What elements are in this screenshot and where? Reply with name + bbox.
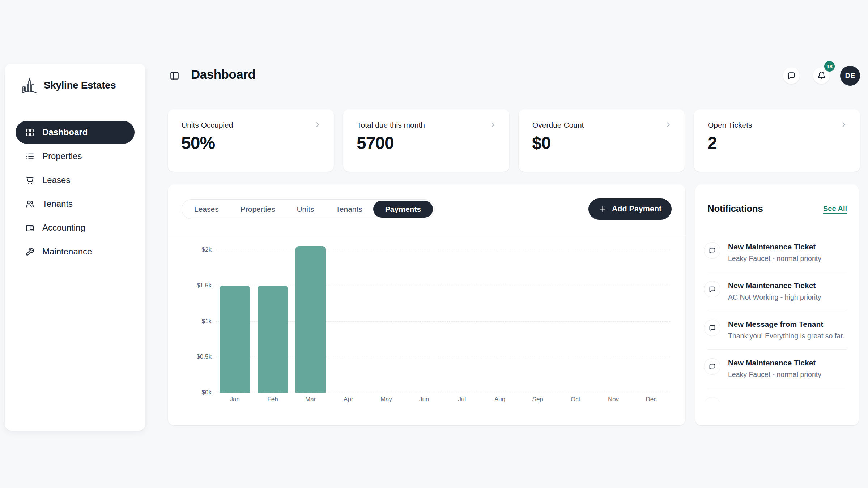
y-axis-tick-label: $2k bbox=[168, 246, 212, 253]
chat-bubble-icon bbox=[704, 281, 720, 297]
avatar[interactable]: DE bbox=[840, 66, 860, 86]
y-axis-tick-label: $0k bbox=[168, 389, 212, 396]
y-axis-tick-label: $1.5k bbox=[168, 282, 212, 289]
sidebar-item-properties[interactable]: Properties bbox=[16, 145, 135, 168]
city-skyline-icon bbox=[21, 76, 38, 95]
see-all-link[interactable]: See All bbox=[823, 205, 847, 213]
chart-gridline bbox=[216, 393, 670, 393]
stat-card-2[interactable]: Overdue Count$0 bbox=[519, 109, 685, 172]
notification-item[interactable]: New Maintenance TicketLeaky Faucet - nor… bbox=[695, 350, 859, 388]
sidebar-item-label: Tenants bbox=[42, 199, 73, 209]
x-axis-tick-label: Feb bbox=[254, 396, 292, 403]
partial-notification-icon bbox=[704, 397, 720, 402]
sidebar-item-tenants[interactable]: Tenants bbox=[16, 192, 135, 215]
x-axis-tick-label: Sep bbox=[519, 396, 557, 403]
notification-subtitle: Thank you! Everything is great so far. bbox=[728, 332, 844, 340]
notification-subtitle: Leaky Faucet - normal priority bbox=[728, 371, 821, 379]
notification-item[interactable]: New Message from TenantThank you! Everyt… bbox=[695, 311, 859, 350]
wrench-icon bbox=[25, 247, 34, 256]
sidebar-item-accounting[interactable]: Accounting bbox=[16, 216, 135, 239]
notification-count-badge: 18 bbox=[824, 60, 835, 72]
sidebar-item-label: Dashboard bbox=[42, 127, 88, 137]
notification-title: New Maintenance Ticket bbox=[728, 243, 816, 251]
circle-outline bbox=[704, 397, 720, 402]
chat-bubble-icon bbox=[787, 71, 796, 80]
list-icon bbox=[25, 152, 34, 161]
main-panel: LeasesPropertiesUnitsTenantsPayments Add… bbox=[168, 184, 685, 425]
sidebar-item-maintenance[interactable]: Maintenance bbox=[16, 240, 135, 263]
bar-jan bbox=[220, 286, 250, 393]
layout-grid-icon bbox=[25, 128, 34, 137]
notifications-panel: Notifications See All New Maintenance Ti… bbox=[695, 184, 859, 425]
stat-card-0[interactable]: Units Occupied50% bbox=[168, 109, 334, 172]
sidebar: Skyline Estates DashboardPropertiesLease… bbox=[5, 64, 145, 431]
notification-title: New Maintenance Ticket bbox=[728, 281, 816, 290]
x-axis-tick-label: Oct bbox=[557, 396, 594, 403]
chevron-right-icon bbox=[664, 121, 672, 129]
chevron-right-icon bbox=[840, 121, 848, 129]
x-axis-tick-label: Dec bbox=[633, 396, 670, 403]
cart-icon bbox=[25, 176, 34, 185]
stat-value: 5700 bbox=[357, 133, 394, 153]
stat-label: Overdue Count bbox=[532, 121, 584, 129]
notification-subtitle: AC Not Working - high priority bbox=[728, 293, 821, 301]
x-axis-tick-label: Aug bbox=[481, 396, 519, 403]
users-icon bbox=[25, 200, 34, 209]
chevron-right-icon bbox=[489, 121, 497, 129]
notification-title: New Maintenance Ticket bbox=[728, 359, 816, 367]
stat-value: 50% bbox=[181, 133, 215, 153]
x-axis-tick-label: Nov bbox=[595, 396, 632, 403]
sidebar-item-label: Maintenance bbox=[42, 247, 92, 257]
brand-name: Skyline Estates bbox=[44, 80, 116, 91]
notification-item[interactable]: New Maintenance TicketAC Not Working - h… bbox=[695, 272, 859, 311]
notification-title: New Message from Tenant bbox=[728, 320, 823, 329]
bar-feb bbox=[258, 286, 288, 393]
x-axis-tick-label: Mar bbox=[292, 396, 329, 403]
chat-bubble-icon bbox=[704, 320, 720, 336]
x-axis-tick-label: May bbox=[367, 396, 405, 403]
x-axis-tick-label: Jan bbox=[216, 396, 254, 403]
sidebar-item-label: Accounting bbox=[42, 223, 85, 233]
notification-subtitle: Leaky Faucet - normal priority bbox=[728, 254, 821, 263]
brand: Skyline Estates bbox=[21, 76, 116, 95]
sidebar-item-label: Leases bbox=[42, 175, 70, 185]
y-axis-tick-label: $1k bbox=[168, 318, 212, 325]
app: { "brand": { "name": "Skyline Estates", … bbox=[0, 0, 868, 488]
x-axis-tick-label: Apr bbox=[329, 396, 367, 403]
wallet-icon bbox=[25, 223, 34, 232]
chevron-right-icon bbox=[314, 121, 322, 129]
stat-label: Open Tickets bbox=[708, 121, 752, 129]
chat-button[interactable] bbox=[783, 67, 800, 84]
sidebar-item-dashboard[interactable]: Dashboard bbox=[16, 121, 135, 144]
chat-bubble-icon bbox=[704, 358, 720, 375]
stat-cards-row: Units Occupied50%Total due this month570… bbox=[168, 109, 860, 172]
chart-gridline bbox=[216, 250, 670, 250]
stat-card-1[interactable]: Total due this month5700 bbox=[343, 109, 509, 172]
notifications-title: Notifications bbox=[707, 203, 763, 214]
stat-value: 2 bbox=[707, 133, 717, 153]
sidebar-item-label: Properties bbox=[42, 151, 82, 161]
page-title: Dashboard bbox=[191, 67, 255, 82]
stat-label: Units Occupied bbox=[182, 121, 233, 129]
bar-mar bbox=[295, 246, 326, 393]
payments-bar-chart: $0k$0.5k$1k$1.5k$2kJanFebMarAprMayJunJul… bbox=[168, 184, 685, 425]
x-axis-tick-label: Jul bbox=[443, 396, 481, 403]
bell-icon bbox=[817, 71, 826, 80]
notification-item[interactable]: New Maintenance TicketLeaky Faucet - nor… bbox=[695, 234, 859, 272]
x-axis-tick-label: Jun bbox=[405, 396, 443, 403]
divider bbox=[707, 388, 847, 388]
notifications-list: New Maintenance TicketLeaky Faucet - nor… bbox=[695, 234, 859, 388]
panel-left-icon[interactable] bbox=[170, 71, 179, 81]
stat-label: Total due this month bbox=[357, 121, 425, 129]
notifications-header: Notifications See All bbox=[707, 203, 847, 214]
stat-value: $0 bbox=[532, 133, 550, 153]
sidebar-item-leases[interactable]: Leases bbox=[16, 168, 135, 192]
chat-bubble-icon bbox=[704, 242, 720, 259]
sidebar-nav: DashboardPropertiesLeasesTenantsAccounti… bbox=[16, 121, 135, 264]
stat-card-3[interactable]: Open Tickets2 bbox=[694, 109, 860, 172]
y-axis-tick-label: $0.5k bbox=[168, 353, 212, 360]
